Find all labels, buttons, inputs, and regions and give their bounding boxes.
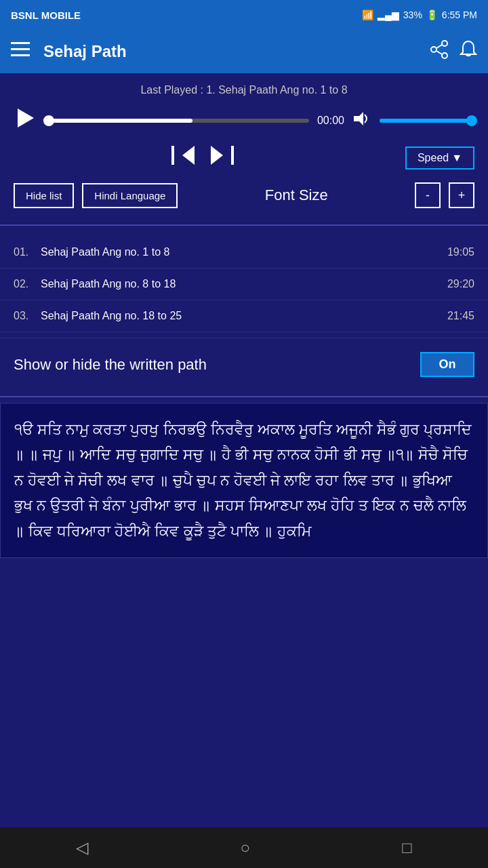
divider-1 — [0, 224, 488, 226]
app-bar-icons — [430, 40, 477, 63]
back-nav-button[interactable]: ◁ — [69, 831, 95, 864]
toggle-switch-button[interactable]: On — [420, 352, 474, 377]
nav-bar: ◁ ○ □ — [0, 827, 488, 868]
hide-list-button[interactable]: Hide list — [14, 183, 74, 208]
progress-bar[interactable] — [43, 119, 309, 123]
scripture-section: ੧ੳ ਸਤਿ ਨਾਮੁ ਕਰਤਾ ਪੁਰਖੁ ਨਿਰਭਉ ਨਿਰਵੈਰੁ ਅਕਾ… — [0, 403, 488, 558]
last-played-label: Last Played : 1. Sehaj Paath Ang no. 1 t… — [14, 84, 474, 96]
time-label: 6:55 PM — [442, 9, 477, 20]
battery-label: 33% — [403, 9, 422, 20]
track-item[interactable]: 03. Sehaj Paath Ang no. 18 to 25 21:45 — [0, 300, 488, 332]
svg-point-4 — [431, 47, 436, 52]
battery-icon: 🔋 — [426, 9, 438, 20]
speed-button[interactable]: Speed ▼ — [405, 146, 474, 170]
svg-rect-1 — [11, 48, 30, 50]
home-nav-button[interactable]: ○ — [233, 831, 257, 864]
share-icon[interactable] — [430, 40, 449, 63]
svg-marker-11 — [182, 146, 195, 165]
status-bar: BSNL MOBILE 📶 ▂▄▆ 33% 🔋 6:55 PM — [0, 0, 488, 30]
track-title: Sehaj Paath Ang no. 8 to 18 — [41, 278, 447, 290]
svg-marker-10 — [354, 112, 363, 125]
toggle-label: Show or hide the written path — [14, 356, 420, 374]
signal-icon: ▂▄▆ — [378, 9, 399, 20]
volume-bar[interactable] — [380, 119, 474, 123]
prev-button[interactable] — [170, 144, 196, 172]
scripture-text: ੧ੳ ਸਤਿ ਨਾਮੁ ਕਰਤਾ ਪੁਰਖੁ ਨਿਰਭਉ ਨਿਰਵੈਰੁ ਅਕਾ… — [14, 417, 474, 544]
app-bar: Sehaj Path — [0, 30, 488, 73]
progress-row: 00:00 — [14, 107, 474, 134]
status-right: 📶 ▂▄▆ 33% 🔋 6:55 PM — [362, 9, 477, 20]
track-title: Sehaj Paath Ang no. 18 to 25 — [41, 310, 447, 322]
track-list: 01. Sehaj Paath Ang no. 1 to 8 19:05 02.… — [0, 231, 488, 338]
svg-marker-13 — [211, 146, 223, 165]
font-plus-button[interactable]: + — [449, 182, 474, 208]
bell-icon[interactable] — [460, 40, 477, 63]
font-minus-button[interactable]: - — [415, 182, 441, 208]
track-num: 03. — [14, 310, 41, 322]
track-num: 02. — [14, 278, 41, 290]
controls-row: Speed ▼ — [14, 144, 474, 172]
track-item[interactable]: 02. Sehaj Paath Ang no. 8 to 18 29:20 — [0, 269, 488, 300]
volume-icon — [352, 111, 371, 131]
track-duration: 29:20 — [447, 278, 474, 290]
track-num: 01. — [14, 246, 41, 258]
svg-rect-14 — [231, 146, 234, 165]
font-size-label: Font Size — [186, 186, 407, 204]
carrier-label: BSNL MOBILE — [11, 9, 81, 21]
track-duration: 21:45 — [447, 310, 474, 322]
hindi-language-button[interactable]: Hindi Language — [82, 183, 178, 208]
next-button[interactable] — [209, 144, 235, 172]
player-section: Last Played : 1. Sehaj Paath Ang no. 1 t… — [0, 73, 488, 219]
time-display: 00:00 — [317, 115, 344, 127]
divider-2 — [0, 396, 488, 397]
options-row: Hide list Hindi Language Font Size - + — [14, 182, 474, 208]
svg-marker-9 — [18, 108, 34, 127]
svg-point-3 — [442, 41, 447, 46]
track-item[interactable]: 01. Sehaj Paath Ang no. 1 to 8 19:05 — [0, 237, 488, 269]
speed-arrow: ▼ — [451, 152, 462, 164]
menu-button[interactable] — [11, 42, 30, 61]
wifi-icon: 📶 — [362, 9, 373, 20]
play-button[interactable] — [14, 107, 35, 134]
toggle-row: Show or hide the written path On — [0, 338, 488, 391]
track-title: Sehaj Paath Ang no. 1 to 8 — [41, 246, 447, 258]
track-duration: 19:05 — [447, 246, 474, 258]
svg-point-5 — [442, 53, 447, 58]
svg-rect-0 — [11, 42, 30, 44]
svg-line-7 — [436, 51, 442, 54]
app-title: Sehaj Path — [43, 42, 430, 61]
recent-nav-button[interactable]: □ — [395, 831, 419, 864]
speed-label: Speed — [418, 152, 449, 164]
svg-line-6 — [436, 45, 442, 48]
svg-rect-12 — [171, 146, 174, 165]
svg-rect-2 — [11, 54, 30, 56]
